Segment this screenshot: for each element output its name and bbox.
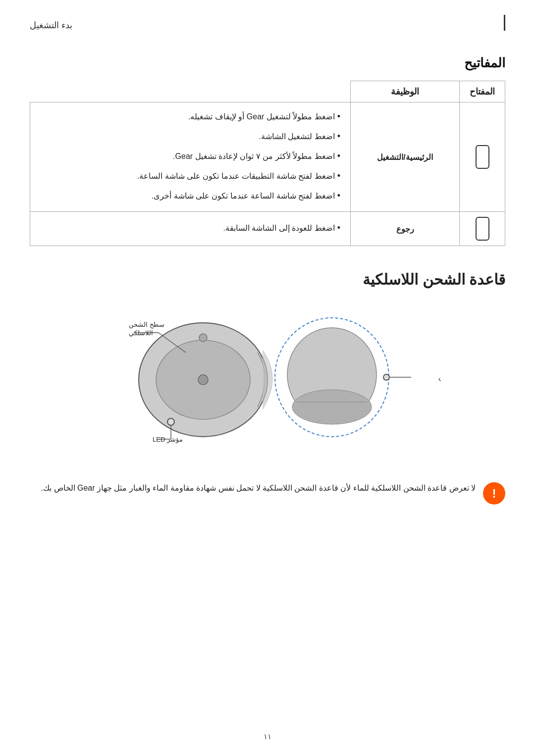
svg-text:اللاسلكي: اللاسلكي [129,329,153,337]
home-function-4: اضغط لفتح شاشة التطبيقات عندما تكون على … [40,167,340,185]
home-key-name: الرئيسية/التشغيل [351,102,460,212]
svg-point-3 [199,334,207,342]
home-functions-list: اضغط مطولاً لتشغيل Gear أو لإيقاف تشغيله… [40,107,340,204]
svg-point-7 [292,390,372,424]
table-row-home: الرئيسية/التشغيل اضغط مطولاً لتشغيل Gear… [30,102,505,212]
home-function-5: اضغط لفتح شاشة الساعة عندما تكون على شاش… [40,187,340,204]
charger-diagram: سطح الشحن اللاسلكي مؤشر LED منفذ الشاحن [94,303,441,461]
svg-point-1 [156,340,250,419]
svg-point-2 [198,375,208,385]
charger-svg: سطح الشحن اللاسلكي مؤشر LED منفذ الشاحن [94,303,441,461]
svg-point-9 [383,374,389,380]
warning-box: ! لا تعرض قاعدة الشحن اللاسلكية للماء لأ… [30,476,505,509]
table-header-key: المفتاح [460,81,505,102]
table-row-back: رجوع اضغط للعودة إلى الشاشة السابقة. [30,212,505,246]
page-container: بدء التشغيل المفاتيح المفتاح الوظيفة الر… [0,0,535,756]
svg-text:سطح الشحن: سطح الشحن [129,321,164,329]
keys-table: المفتاح الوظيفة الرئيسية/التشغيل اضغط مط… [30,81,505,246]
back-key-functions: اضغط للعودة إلى الشاشة السابقة. [30,212,351,246]
back-function-1: اضغط للعودة إلى الشاشة السابقة. [40,219,340,237]
home-key-icon-cell [460,102,505,212]
svg-point-6 [287,328,376,422]
home-function-3: اضغط مطولاً لأكثر من ٧ ثوان لإعادة تشغيل… [40,147,340,165]
back-key-name: رجوع [351,212,460,246]
svg-text:منفذ الشاحن: منفذ الشاحن [438,373,441,381]
svg-point-0 [139,323,268,437]
keys-section-title: المفاتيح [30,55,505,71]
svg-line-10 [159,333,186,353]
svg-point-4 [167,418,174,425]
home-function-2: اضغط لتشغيل الشاشة. [40,127,340,145]
table-header-function: الوظيفة [351,81,460,102]
home-key-functions: اضغط مطولاً لتشغيل Gear أو لإيقاف تشغيله… [30,102,351,212]
svg-text:مؤشر LED: مؤشر LED [153,436,183,444]
svg-point-5 [275,318,389,437]
back-functions-list: اضغط للعودة إلى الشاشة السابقة. [40,219,340,237]
home-function-1: اضغط مطولاً لتشغيل Gear أو لإيقاف تشغيله… [40,107,340,125]
warning-text: لا تعرض قاعدة الشحن اللاسلكية للماء لأن … [30,481,476,496]
header-bar: بدء التشغيل [30,15,505,31]
header-text: بدء التشغيل [30,20,72,31]
back-key-icon [476,217,489,241]
charger-section-title: قاعدة الشحن اللاسلكية [30,271,505,288]
page-number: ١١ [264,732,271,741]
warning-icon: ! [483,482,505,504]
back-key-icon-cell [460,212,505,246]
home-key-icon [476,145,489,169]
